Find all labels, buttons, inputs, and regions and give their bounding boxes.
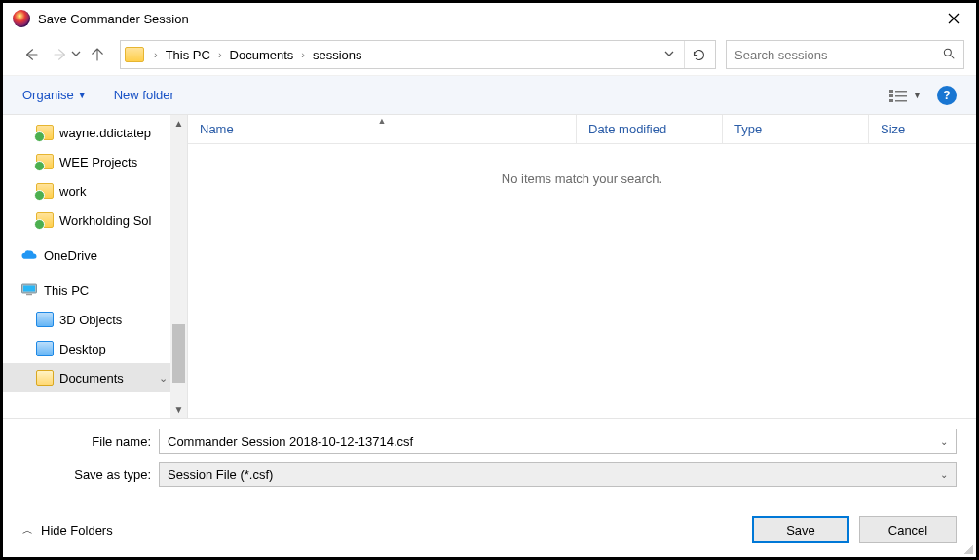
column-date[interactable]: Date modified	[577, 115, 723, 143]
filename-label: File name:	[22, 434, 159, 449]
tree-item-label: wayne.ddictatep	[59, 126, 151, 140]
nav-up-button[interactable]	[85, 42, 110, 67]
breadcrumb-sep: ›	[148, 49, 164, 60]
sidebar-scrollbar[interactable]: ▲ ▼	[170, 115, 187, 418]
view-icon	[889, 89, 909, 102]
tree-item-label: 3D Objects	[59, 313, 122, 327]
tree-item-label: work	[59, 184, 86, 199]
search-icon	[942, 47, 956, 63]
pc-icon	[20, 282, 38, 298]
column-label: Type	[734, 122, 762, 136]
nav-forward-button[interactable]	[48, 42, 73, 67]
tree-item[interactable]: 3D Objects	[3, 305, 187, 334]
resize-grip[interactable]	[961, 542, 973, 554]
tree-item[interactable]: work	[3, 176, 187, 205]
folder-sync-icon	[36, 183, 54, 199]
save-label: Save	[786, 523, 815, 538]
svg-rect-9	[26, 294, 32, 296]
svg-rect-6	[895, 100, 907, 102]
nav-back-button[interactable]	[19, 42, 44, 67]
tree-item[interactable]: Desktop	[3, 334, 187, 363]
filename-input[interactable]: Commander Session 2018-10-12-13714.csf ⌄	[159, 429, 957, 454]
filetype-label: Save as type:	[22, 467, 159, 482]
tree-item-thispc[interactable]: This PC	[3, 276, 187, 305]
tree-item-label: Documents	[59, 371, 124, 386]
breadcrumb-item[interactable]: This PC	[164, 46, 212, 64]
chevron-down-icon[interactable]: ⌄	[940, 436, 948, 447]
tree-item-label: Desktop	[59, 342, 106, 356]
tree-item-label: WEE Projects	[59, 155, 137, 169]
svg-rect-3	[889, 94, 893, 97]
folder-icon	[125, 47, 144, 62]
chevron-up-icon: ︿	[22, 523, 33, 538]
folder-sync-icon	[36, 212, 54, 228]
svg-rect-8	[23, 286, 35, 292]
recent-locations-button[interactable]	[71, 49, 81, 60]
column-size[interactable]: Size	[869, 115, 976, 143]
address-history-button[interactable]	[657, 49, 682, 60]
breadcrumb-sep: ›	[212, 49, 228, 60]
new-folder-button[interactable]: New folder	[114, 88, 174, 102]
chevron-down-icon[interactable]: ⌄	[159, 372, 168, 385]
column-label: Size	[881, 122, 905, 136]
tree-item-documents[interactable]: Documents ⌄	[3, 363, 187, 392]
onedrive-icon	[20, 247, 38, 263]
cancel-label: Cancel	[888, 523, 927, 538]
chevron-down-icon	[664, 49, 674, 58]
sidebar: wayne.ddictatep WEE Projects work Workho…	[3, 115, 188, 418]
chevron-down-icon: ▼	[913, 91, 922, 100]
svg-point-0	[944, 49, 951, 56]
arrow-right-icon	[52, 46, 69, 63]
column-headers: ▲ Name Date modified Type Size	[188, 115, 976, 144]
scroll-down-button[interactable]: ▼	[170, 401, 187, 418]
folder-sync-icon	[36, 125, 54, 140]
hide-folders-label: Hide Folders	[41, 523, 113, 538]
tree-item[interactable]: WEE Projects	[3, 147, 187, 176]
scroll-thumb[interactable]	[172, 324, 185, 383]
organise-label: Organise	[22, 88, 74, 102]
arrow-left-icon	[22, 46, 40, 63]
app-icon	[13, 10, 30, 27]
tree-item[interactable]: wayne.ddictatep	[3, 118, 187, 147]
refresh-icon	[692, 48, 706, 62]
tree-item[interactable]: Workholding Sol	[3, 205, 187, 235]
view-options-button[interactable]: ▼	[889, 89, 922, 102]
svg-rect-5	[889, 99, 893, 102]
new-folder-label: New folder	[114, 88, 174, 102]
folder-sync-icon	[36, 154, 54, 169]
refresh-button[interactable]	[684, 41, 713, 68]
column-label: Name	[200, 122, 234, 136]
tree-item-label: OneDrive	[44, 248, 97, 263]
folder-icon	[36, 312, 54, 327]
chevron-down-icon[interactable]: ⌄	[940, 469, 948, 480]
column-label: Date modified	[588, 122, 666, 136]
filetype-select[interactable]: Session File (*.csf) ⌄	[159, 462, 957, 487]
empty-list-message: No items match your search.	[188, 171, 976, 186]
cancel-button[interactable]: Cancel	[859, 516, 957, 543]
hide-folders-button[interactable]: ︿ Hide Folders	[22, 523, 113, 538]
scroll-up-button[interactable]: ▲	[170, 115, 187, 131]
arrow-up-icon	[89, 46, 106, 63]
tree-item-onedrive[interactable]: OneDrive	[3, 241, 187, 270]
column-type[interactable]: Type	[723, 115, 869, 143]
filetype-value: Session File (*.csf)	[168, 467, 273, 482]
breadcrumb-item[interactable]: Documents	[228, 46, 296, 64]
filename-value: Commander Session 2018-10-12-13714.csf	[168, 434, 413, 449]
close-button[interactable]	[931, 3, 976, 34]
sort-asc-icon: ▲	[378, 116, 387, 126]
breadcrumb-item[interactable]: sessions	[311, 46, 364, 64]
chevron-down-icon: ▼	[78, 91, 87, 100]
window-title: Save Commander Session	[38, 12, 931, 26]
close-icon	[948, 13, 960, 24]
tree-item-label: Workholding Sol	[59, 213, 151, 228]
save-button[interactable]: Save	[752, 516, 849, 543]
folder-icon	[36, 341, 54, 356]
help-button[interactable]: ?	[937, 86, 957, 105]
search-input[interactable]: Search sessions	[726, 40, 964, 69]
organise-button[interactable]: Organise ▼	[22, 88, 87, 102]
tree-item-label: This PC	[44, 283, 89, 298]
chevron-down-icon	[71, 49, 81, 58]
column-name[interactable]: ▲ Name	[188, 115, 577, 143]
address-bar[interactable]: › This PC › Documents › sessions	[120, 40, 716, 69]
documents-icon	[36, 370, 54, 386]
